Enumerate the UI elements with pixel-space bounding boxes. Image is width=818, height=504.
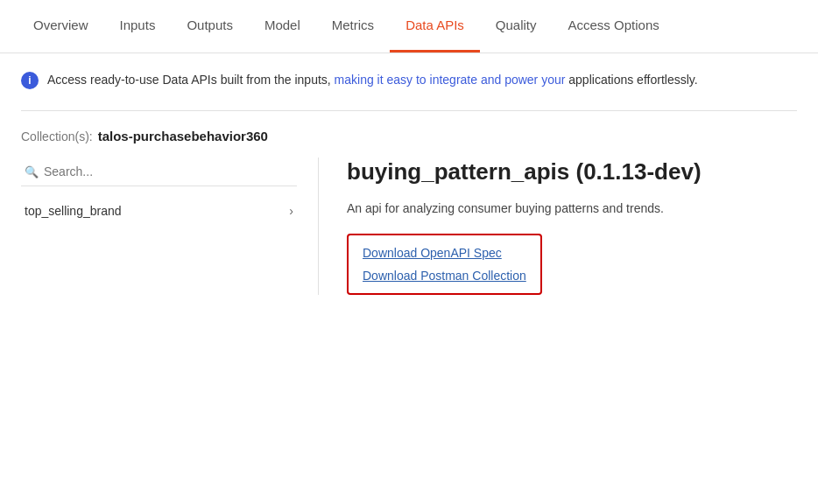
two-col-layout: 🔍 top_selling_brand › buying_pattern_api… bbox=[21, 158, 797, 295]
nav-item-inputs[interactable]: Inputs bbox=[104, 0, 172, 52]
left-panel: 🔍 top_selling_brand › bbox=[21, 158, 319, 295]
list-item-label: top_selling_brand bbox=[25, 204, 122, 218]
section-divider bbox=[21, 110, 797, 111]
main-content: i Access ready-to-use Data APIs built fr… bbox=[0, 53, 818, 312]
nav-item-quality[interactable]: Quality bbox=[480, 0, 553, 52]
api-title: buying_pattern_apis (0.1.13-dev) bbox=[347, 158, 797, 187]
nav-item-access-options[interactable]: Access Options bbox=[553, 0, 675, 52]
nav-item-model[interactable]: Model bbox=[249, 0, 316, 52]
api-description: An api for analyzing consumer buying pat… bbox=[347, 200, 797, 218]
nav-item-outputs[interactable]: Outputs bbox=[171, 0, 249, 52]
info-text: Access ready-to-use Data APIs built from… bbox=[47, 71, 698, 89]
nav-item-metrics[interactable]: Metrics bbox=[316, 0, 390, 52]
right-panel: buying_pattern_apis (0.1.13-dev) An api … bbox=[319, 158, 797, 295]
collections-label: Collection(s): bbox=[21, 130, 93, 144]
download-box: Download OpenAPI Spec Download Postman C… bbox=[347, 234, 542, 295]
list-item[interactable]: top_selling_brand › bbox=[21, 193, 297, 228]
chevron-right-icon: › bbox=[289, 204, 293, 218]
nav-bar: OverviewInputsOutputsModelMetricsData AP… bbox=[0, 0, 818, 53]
search-box[interactable]: 🔍 bbox=[21, 158, 297, 186]
search-icon: 🔍 bbox=[25, 165, 39, 178]
collections-row: Collection(s): talos-purchasebehavior360 bbox=[21, 129, 797, 144]
info-link[interactable]: making it easy to integrate and power yo… bbox=[335, 73, 566, 87]
nav-item-overview[interactable]: Overview bbox=[18, 0, 104, 52]
search-input[interactable] bbox=[44, 164, 293, 178]
download-openapi-link[interactable]: Download OpenAPI Spec bbox=[363, 246, 526, 260]
nav-item-data-apis[interactable]: Data APIs bbox=[390, 0, 480, 52]
collections-value: talos-purchasebehavior360 bbox=[98, 129, 268, 144]
info-banner: i Access ready-to-use Data APIs built fr… bbox=[21, 71, 797, 89]
info-icon: i bbox=[21, 72, 39, 89]
download-postman-link[interactable]: Download Postman Collection bbox=[363, 269, 526, 283]
